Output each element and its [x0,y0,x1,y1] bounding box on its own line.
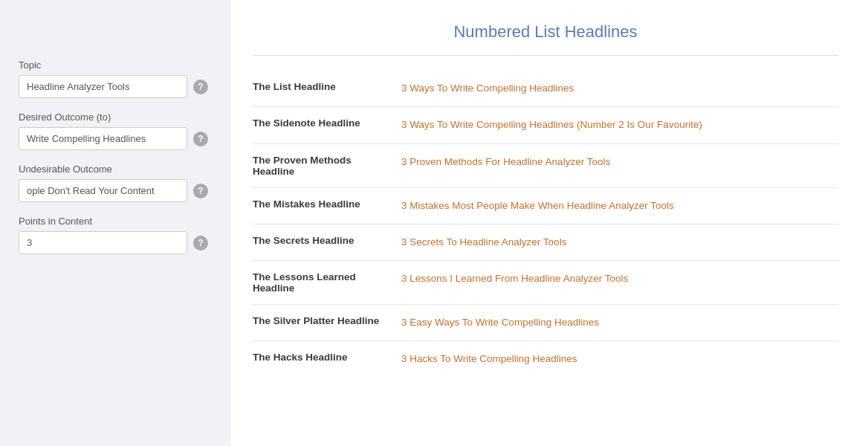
headline-value[interactable]: 3 Secrets To Headline Analyzer Tools [401,224,838,260]
headline-type-name: The Proven Methods Headline [253,143,401,187]
headline-type-name: The Lessons Learned Headline [253,261,401,305]
topic-input[interactable] [19,75,187,98]
points-label: Points in Content [19,216,208,227]
points-field-group: Points in Content ? [19,216,208,254]
headline-link[interactable]: 3 Ways To Write Compelling Headlines [401,83,574,94]
table-row: The Silver Platter Headline3 Easy Ways T… [253,305,838,341]
desired-outcome-input[interactable] [19,127,187,150]
topic-row: ? [19,75,208,98]
topic-help-icon[interactable]: ? [193,80,208,94]
headline-link[interactable]: 3 Ways To Write Compelling Headlines (Nu… [401,119,702,130]
points-help-icon[interactable]: ? [193,236,208,251]
headline-type-name: The Silver Platter Headline [253,305,401,341]
desired-outcome-label: Desired Outcome (to) [19,112,208,123]
title-divider [253,55,838,56]
headline-type-name: The Sidenote Headline [253,107,401,143]
headline-value[interactable]: 3 Proven Methods For Headline Analyzer T… [401,143,838,187]
desired-outcome-help-icon[interactable]: ? [193,132,208,146]
headline-link[interactable]: 3 Mistakes Most People Make When Headlin… [401,200,674,211]
headlines-table: The List Headline3 Ways To Write Compell… [253,71,838,378]
headline-value[interactable]: 3 Easy Ways To Write Compelling Headline… [401,305,838,341]
headline-type-name: The Hacks Headline [253,341,401,378]
table-row: The Lessons Learned Headline3 Lessons I … [253,261,838,305]
table-row: The Hacks Headline3 Hacks To Write Compe… [253,341,838,378]
headline-link[interactable]: 3 Easy Ways To Write Compelling Headline… [401,317,599,328]
headline-type-name: The List Headline [253,71,401,107]
headline-value[interactable]: 3 Lessons I Learned From Headline Analyz… [401,261,838,305]
undesirable-outcome-row: ? [19,179,208,202]
headline-link[interactable]: 3 Secrets To Headline Analyzer Tools [401,236,566,248]
table-row: The Sidenote Headline3 Ways To Write Com… [253,107,838,143]
desired-outcome-field-group: Desired Outcome (to) ? [19,112,208,150]
headline-type-name: The Secrets Headline [253,224,401,260]
page-container: Topic ? Desired Outcome (to) ? Undesirab… [0,0,868,446]
undesirable-outcome-field-group: Undesirable Outcome ? [19,164,208,202]
page-title: Numbered List Headlines [253,22,838,42]
headline-value[interactable]: 3 Ways To Write Compelling Headlines [401,71,838,107]
headline-value[interactable]: 3 Hacks To Write Compelling Headlines [401,341,838,378]
undesirable-outcome-help-icon[interactable]: ? [193,184,208,198]
topic-label: Topic [19,59,208,71]
table-row: The List Headline3 Ways To Write Compell… [253,71,838,107]
headline-link[interactable]: 3 Hacks To Write Compelling Headlines [401,353,577,364]
table-row: The Proven Methods Headline3 Proven Meth… [253,143,838,187]
points-input[interactable] [19,231,187,254]
undesirable-outcome-label: Undesirable Outcome [19,164,208,175]
table-row: The Mistakes Headline3 Mistakes Most Peo… [253,187,838,224]
points-row: ? [19,231,208,254]
main-content: Numbered List Headlines The List Headlin… [230,0,868,446]
headline-link[interactable]: 3 Proven Methods For Headline Analyzer T… [401,156,610,167]
headline-type-name: The Mistakes Headline [253,187,401,224]
headline-link[interactable]: 3 Lessons I Learned From Headline Analyz… [401,273,628,284]
headline-value[interactable]: 3 Mistakes Most People Make When Headlin… [401,187,838,224]
topic-field-group: Topic ? [19,59,208,98]
table-row: The Secrets Headline3 Secrets To Headlin… [253,224,838,260]
sidebar: Topic ? Desired Outcome (to) ? Undesirab… [0,0,230,446]
desired-outcome-row: ? [19,127,208,150]
headline-value[interactable]: 3 Ways To Write Compelling Headlines (Nu… [401,107,838,143]
undesirable-outcome-input[interactable] [19,179,187,202]
